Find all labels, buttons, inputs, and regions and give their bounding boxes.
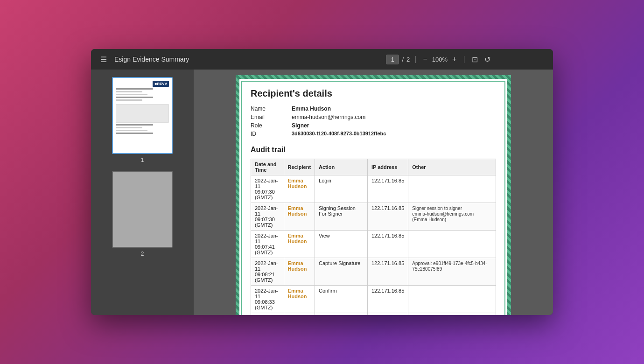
thumb-line	[116, 124, 153, 126]
cell-date: 2022-Jan-1109:08:35(GMTZ)	[251, 313, 284, 315]
section-title: Recipient's details	[251, 88, 496, 99]
thumb-container-1: ■REVV 1	[112, 77, 173, 163]
col-header-recipient: Recipient	[284, 159, 315, 175]
table-row: 2022-Jan-1109:08:35(GMTZ) EmmaHudson Vie…	[251, 313, 496, 315]
cell-ip: 122.171.16.85	[367, 203, 408, 231]
page-number-input[interactable]	[386, 55, 399, 64]
content-area: Recipient's details Name Emma Hudson Ema…	[194, 70, 553, 315]
table-row: 2022-Jan-1109:08:21(GMTZ) EmmaHudson Cap…	[251, 258, 496, 286]
value-role: Signer	[292, 122, 496, 129]
table-row: 2022-Jan-1109:07:30(GMTZ) EmmaHudson Sig…	[251, 203, 496, 231]
app-window: ☰ Esign Evidence Summary / 2 | − 100% + …	[91, 49, 553, 315]
fit-page-icon: ⊡	[472, 55, 478, 64]
history-button[interactable]: ↺	[483, 53, 492, 66]
label-email: Email	[251, 114, 288, 120]
page-total: 2	[406, 56, 410, 63]
audit-table: Date andTime Recipient Action IP address…	[251, 159, 496, 315]
history-icon: ↺	[484, 55, 490, 64]
value-name: Emma Hudson	[292, 105, 496, 112]
cell-recipient: EmmaHudson	[284, 231, 315, 258]
page-thumbnail-2[interactable]	[112, 171, 173, 248]
thumb-label-2: 2	[141, 251, 144, 257]
main-area: ■REVV 1	[91, 70, 553, 315]
cell-action: Capture Signature	[315, 258, 368, 286]
cell-recipient: EmmaHudson	[284, 258, 315, 286]
cell-recipient: EmmaHudson	[284, 175, 315, 203]
menu-button[interactable]: ☰	[98, 53, 109, 66]
thumb-line	[116, 88, 153, 90]
details-grid: Name Emma Hudson Email emma-hudson@herri…	[251, 105, 496, 137]
cell-action: Login	[315, 175, 368, 203]
cell-other: Signer session to signeremma-hudson@herr…	[408, 203, 496, 231]
cell-other	[408, 175, 496, 203]
thumb-line	[116, 91, 142, 92]
table-row: 2022-Jan-1109:07:41(GMTZ) EmmaHudson Vie…	[251, 231, 496, 258]
toolbar: ☰ Esign Evidence Summary / 2 | − 100% + …	[91, 49, 553, 70]
cell-date: 2022-Jan-1109:08:33(GMTZ)	[251, 286, 284, 313]
label-name: Name	[251, 105, 288, 112]
value-id: 3d630030-f120-408f-9273-0b13912ffebc	[292, 131, 496, 137]
sidebar: ■REVV 1	[91, 70, 194, 315]
thumb-label-1: 1	[141, 157, 144, 163]
cell-action: View	[315, 313, 368, 315]
zoom-level: 100%	[432, 56, 448, 63]
cell-date: 2022-Jan-1109:08:21(GMTZ)	[251, 258, 284, 286]
cell-ip: 122.171.16.85	[367, 258, 408, 286]
toolbar-center: / 2 | − 100% + | ⊡ ↺	[333, 53, 546, 66]
cell-ip: 122.171.16.85	[367, 231, 408, 258]
cell-action: Signing Session For Signer	[315, 203, 368, 231]
label-id: ID	[251, 131, 288, 137]
toolbar-divider1: |	[414, 55, 416, 63]
thumb-line	[116, 127, 142, 128]
cell-recipient: EmmaHudson	[284, 286, 315, 313]
value-email: emma-hudson@herrings.com	[292, 114, 496, 120]
toolbar-divider2: |	[463, 55, 465, 63]
cell-other	[408, 286, 496, 313]
col-header-action: Action	[315, 159, 368, 175]
cell-date: 2022-Jan-1109:07:30(GMTZ)	[251, 203, 284, 231]
label-role: Role	[251, 122, 288, 129]
thumb-line	[116, 130, 147, 131]
cell-action: View	[315, 231, 368, 258]
cell-recipient: EmmaHudson	[284, 203, 315, 231]
pdf-page: Recipient's details Name Emma Hudson Ema…	[236, 75, 511, 315]
table-row: 2022-Jan-1109:08:33(GMTZ) EmmaHudson Con…	[251, 286, 496, 313]
menu-icon: ☰	[100, 55, 107, 64]
thumb-line	[116, 94, 147, 95]
col-header-other: Other	[408, 159, 496, 175]
fit-page-button[interactable]: ⊡	[470, 53, 480, 66]
cell-other	[408, 231, 496, 258]
cell-date: 2022-Jan-1109:07:41(GMTZ)	[251, 231, 284, 258]
zoom-in-button[interactable]: +	[450, 53, 458, 65]
cell-ip: 122.171.16.85	[367, 313, 408, 315]
page-separator: /	[402, 56, 404, 63]
cell-ip: 122.171.16.85	[367, 286, 408, 313]
table-header-row: Date andTime Recipient Action IP address…	[251, 159, 496, 175]
page-thumbnail-1[interactable]: ■REVV	[112, 77, 173, 154]
zoom-out-button[interactable]: −	[421, 53, 429, 65]
cell-recipient: EmmaHudson	[284, 313, 315, 315]
cell-action: Confirm	[315, 286, 368, 313]
thumb-block	[116, 104, 169, 123]
cell-ip: 122.171.16.85	[367, 175, 408, 203]
cell-other	[408, 313, 496, 315]
col-header-ip: IP address	[367, 159, 408, 175]
thumb-logo: ■REVV	[153, 81, 169, 87]
thumb-line	[116, 99, 142, 101]
col-header-date: Date andTime	[251, 159, 284, 175]
thumb-line	[116, 133, 153, 134]
thumb-container-2: 2	[112, 171, 173, 257]
cell-other: Approval: e901ff49-173e-4fc5-b434-75e280…	[408, 258, 496, 286]
thumb-line	[116, 97, 153, 98]
table-row: 2022-Jan-1109:07:30(GMTZ) EmmaHudson Log…	[251, 175, 496, 203]
app-title: Esign Evidence Summary	[114, 56, 327, 63]
audit-title: Audit trail	[251, 146, 496, 154]
cell-date: 2022-Jan-1109:07:30(GMTZ)	[251, 175, 284, 203]
